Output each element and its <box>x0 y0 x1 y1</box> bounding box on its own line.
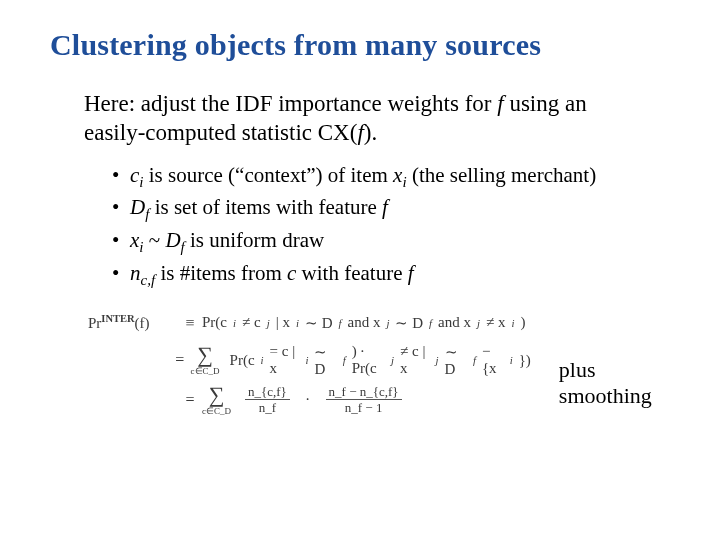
b3-tail: is uniform draw <box>185 228 324 252</box>
b2-f: f <box>382 195 388 219</box>
bullet-3: xi ~ Df is uniform draw <box>112 227 660 258</box>
slide: Clustering objects from many sources Her… <box>0 0 720 540</box>
eq-op3: = <box>178 391 202 409</box>
eq-row-2: = ∑ c∈C_D Pr(ci = c | xi ∼ Df) · Pr(cj ≠… <box>88 343 531 378</box>
r1-pre: Pr(c <box>202 314 227 331</box>
b4-f: f <box>408 261 414 285</box>
bullet-4: nc,f is #items from c with feature f <box>112 260 660 291</box>
slide-title: Clustering objects from many sources <box>50 28 680 62</box>
b3-x: x <box>130 228 139 252</box>
sigma-icon: ∑ <box>209 384 225 406</box>
b4-c: c <box>287 261 296 285</box>
equation-area: PrINTER(f) ≡ Pr(ci ≠ cj | xi ∼ Df and xj… <box>88 309 680 422</box>
eq-body-2: ∑ c∈C_D Pr(ci = c | xi ∼ Df) · Pr(cj ≠ c… <box>191 343 531 378</box>
b2-D: D <box>130 195 145 219</box>
bullet-1: ci is source (“context”) of item xi (the… <box>112 162 660 193</box>
sigma-icon: ∑ <box>197 344 213 366</box>
b1-mid: is source (“context”) of item <box>144 163 394 187</box>
eq-label: PrINTER(f) <box>88 313 178 332</box>
eq-arg: (f) <box>135 315 150 331</box>
b1-c: c <box>130 163 139 187</box>
bullet-list: ci is source (“context”) of item xi (the… <box>112 162 660 291</box>
smoothing-note: plus smoothing <box>559 357 680 409</box>
eq-body-1: Pr(ci ≠ cj | xi ∼ Df and xj ∼ Df and xj … <box>202 314 525 332</box>
eq-row-3: = ∑ c∈C_D n_{c,f} n_f · n_f − n_{c,f} <box>88 384 531 416</box>
b3-mid: ~ <box>144 228 166 252</box>
b3-D: D <box>165 228 180 252</box>
b4-n: n <box>130 261 141 285</box>
b2-mid: is set of items with feature <box>149 195 382 219</box>
eq-pr: Pr <box>88 315 101 331</box>
b4-mid2: with feature <box>296 261 407 285</box>
sum-icon: ∑ c∈C_D <box>191 344 220 376</box>
eq-op2: = <box>169 351 191 369</box>
sum-icon-2: ∑ c∈C_D <box>202 384 231 416</box>
b1-tail: (the selling merchant) <box>407 163 597 187</box>
eq-op1: ≡ <box>178 314 202 332</box>
b4-ncf: c,f <box>141 272 156 288</box>
fraction-2: n_f − n_{c,f} n_f − 1 <box>326 385 402 415</box>
eq-body-3: ∑ c∈C_D n_{c,f} n_f · n_f − n_{c,f} n_f … <box>202 384 406 416</box>
eq-row-1: PrINTER(f) ≡ Pr(ci ≠ cj | xi ∼ Df and xj… <box>88 309 531 337</box>
intro-paragraph: Here: adjust the IDF importance weights … <box>84 90 650 148</box>
note-area: plus smoothing <box>555 309 680 417</box>
intro-pre: Here: adjust the IDF importance weights … <box>84 91 497 116</box>
intro-tail: ). <box>364 120 377 145</box>
equation-block: PrINTER(f) ≡ Pr(ci ≠ cj | xi ∼ Df and xj… <box>88 309 531 422</box>
eq-sup: INTER <box>101 313 134 324</box>
bullet-2: Df is set of items with feature f <box>112 194 660 225</box>
b4-mid1: is #items from <box>155 261 287 285</box>
fraction-1: n_{c,f} n_f <box>245 385 290 415</box>
